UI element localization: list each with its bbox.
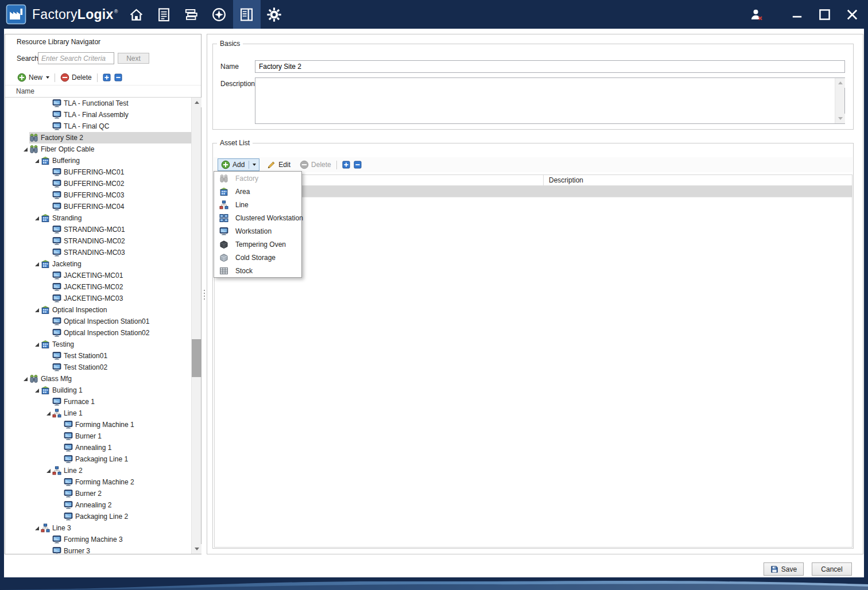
tree-item[interactable]: Fiber Optic Cable: [5, 143, 191, 155]
tree-item[interactable]: STRANDING-MC03: [5, 247, 191, 258]
nav-button[interactable]: [150, 0, 178, 29]
tree-item[interactable]: Forming Machine 1: [5, 419, 191, 430]
expander-icon[interactable]: [33, 523, 41, 533]
tree-item[interactable]: STRANDING-MC01: [5, 224, 191, 235]
scroll-up-button[interactable]: [835, 78, 845, 88]
tree-item[interactable]: Line 3: [5, 522, 191, 534]
nav-button[interactable]: [206, 0, 233, 29]
tree-item[interactable]: Optical Inspection Station02: [5, 327, 191, 339]
expander-icon[interactable]: [33, 259, 41, 269]
column-divider[interactable]: [543, 175, 544, 186]
minimize-button[interactable]: [783, 0, 811, 29]
tree-item[interactable]: Annealing 2: [5, 499, 191, 511]
tree-scrollbar[interactable]: [191, 98, 201, 554]
tree-item[interactable]: Burner 1: [5, 430, 191, 442]
tree-item[interactable]: Forming Machine 3: [5, 534, 191, 545]
name-input[interactable]: [255, 60, 845, 73]
asset-table: Description: [214, 174, 852, 548]
tree-item[interactable]: Annealing 1: [5, 442, 191, 453]
nav-button[interactable]: [178, 0, 206, 29]
menu-item[interactable]: Line: [214, 198, 301, 211]
tree-item[interactable]: Jacketing: [5, 258, 191, 270]
tree-item[interactable]: TLA - Final QC: [5, 121, 191, 132]
tree-item[interactable]: Building 1: [5, 385, 191, 396]
menu-item[interactable]: Clustered Workstation: [214, 211, 301, 224]
tree-item[interactable]: Stranding: [5, 212, 191, 224]
tree-item-label: Stranding: [52, 214, 82, 222]
scroll-down-button[interactable]: [835, 114, 845, 123]
tree-item[interactable]: Optical Inspection Station01: [5, 316, 191, 327]
nav-button[interactable]: [123, 0, 150, 29]
expander-icon[interactable]: [33, 305, 41, 315]
tree-item[interactable]: JACKETING-MC02: [5, 281, 191, 293]
tree-item[interactable]: Test Station02: [5, 362, 191, 373]
menu-item[interactable]: Tempering Oven: [214, 238, 301, 251]
selected-empty-row[interactable]: [215, 186, 852, 197]
nav-button[interactable]: [261, 0, 288, 29]
nav-button[interactable]: [233, 0, 261, 29]
close-button[interactable]: [838, 0, 866, 29]
menu-item[interactable]: Area: [214, 185, 301, 198]
tree-item[interactable]: Testing: [5, 339, 191, 350]
scrollbar-thumb[interactable]: [192, 339, 202, 377]
tree-item[interactable]: Forming Machine 2: [5, 476, 191, 488]
expander-icon[interactable]: [33, 340, 41, 349]
tree-item[interactable]: Optical Inspection: [5, 304, 191, 316]
expander-icon[interactable]: [21, 374, 29, 383]
tree-item[interactable]: TLA - Functional Test: [5, 98, 191, 109]
tree-item[interactable]: Line 2: [5, 465, 191, 476]
expander-icon[interactable]: [33, 156, 41, 165]
delete-button[interactable]: Delete: [59, 72, 94, 83]
collapse-all-button[interactable]: [113, 72, 124, 83]
collapse-all-button[interactable]: [352, 160, 363, 170]
description-textarea[interactable]: [255, 78, 835, 123]
tree-item[interactable]: Furnace 1: [5, 396, 191, 407]
cancel-button[interactable]: Cancel: [812, 562, 852, 576]
edit-button[interactable]: Edit: [265, 160, 292, 170]
tree-item[interactable]: BUFFERING-MC04: [5, 201, 191, 212]
tree-item[interactable]: BUFFERING-MC01: [5, 166, 191, 178]
expander-icon[interactable]: [44, 466, 52, 475]
tree-item[interactable]: Glass Mfg: [5, 373, 191, 385]
description-scrollbar[interactable]: [835, 78, 844, 123]
tree-item[interactable]: TLA - Final Assembly: [5, 109, 191, 121]
delete-asset-button[interactable]: Delete: [298, 160, 333, 170]
tree-item[interactable]: BUFFERING-MC02: [5, 178, 191, 189]
tree-item[interactable]: BUFFERING-MC03: [5, 189, 191, 201]
description-column-header[interactable]: Description: [549, 176, 583, 184]
expander-icon[interactable]: [44, 409, 52, 418]
scroll-down-button[interactable]: [192, 544, 202, 554]
tree-column-header[interactable]: Name: [5, 85, 201, 98]
menu-item[interactable]: Cold Storage: [214, 251, 301, 264]
user-logout-button[interactable]: [743, 0, 769, 29]
tree-item[interactable]: Factory Site 2: [5, 132, 191, 143]
tree-item[interactable]: STRANDING-MC02: [5, 235, 191, 247]
new-button[interactable]: New: [16, 72, 51, 83]
menu-item[interactable]: Factory: [214, 172, 301, 185]
expand-all-button[interactable]: [340, 160, 352, 170]
scroll-up-icon: [195, 101, 199, 104]
save-button[interactable]: Save: [764, 562, 804, 576]
tree-item[interactable]: Packaging Line 2: [5, 511, 191, 522]
maximize-button[interactable]: [811, 0, 838, 29]
search-input[interactable]: [38, 52, 114, 64]
expand-all-button[interactable]: [101, 72, 113, 83]
panel-splitter[interactable]: [202, 34, 207, 554]
tree-item[interactable]: Line 1: [5, 407, 191, 419]
tree-item[interactable]: Burner 2: [5, 488, 191, 499]
tree-item[interactable]: Burner 3: [5, 545, 191, 554]
next-button[interactable]: Next: [118, 53, 149, 64]
tree-item[interactable]: JACKETING-MC03: [5, 293, 191, 304]
tree-item[interactable]: Buffering: [5, 155, 191, 166]
scroll-up-button[interactable]: [192, 98, 202, 107]
expander-icon[interactable]: [33, 214, 41, 223]
menu-item[interactable]: Stock: [214, 264, 301, 277]
add-button[interactable]: Add: [218, 158, 259, 171]
tree-item[interactable]: Test Station01: [5, 350, 191, 362]
tree-item[interactable]: Packaging Line 1: [5, 453, 191, 465]
expander-icon[interactable]: [21, 145, 29, 154]
menu-item[interactable]: Workstation: [214, 224, 301, 238]
tree-item[interactable]: JACKETING-MC01: [5, 270, 191, 281]
expander-icon[interactable]: [33, 386, 41, 395]
tree-toolbar: New Delete: [5, 71, 201, 84]
